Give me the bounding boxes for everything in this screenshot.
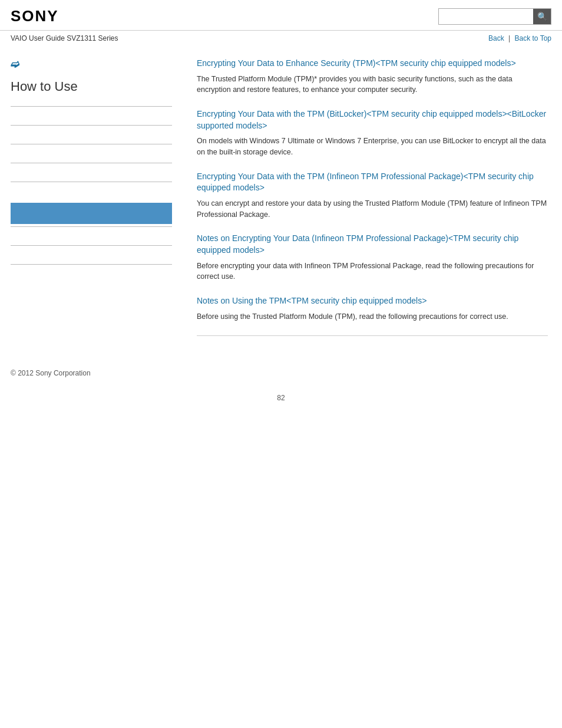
header: SONY 🔍: [0, 0, 562, 31]
list-item: [11, 245, 172, 265]
section-4-body: Before encrypting your data with Infineo…: [197, 261, 548, 283]
content-section-5: Notes on Using the TPM<TPM security chip…: [197, 295, 548, 322]
page-number: 82: [0, 388, 562, 413]
list-item: [11, 226, 172, 245]
section-5-title: Notes on Using the TPM<TPM security chip…: [197, 295, 548, 307]
sidebar-nav: [11, 106, 172, 265]
content-section-3: Encrypting Your Data with the TPM (Infin…: [197, 171, 548, 220]
section-2-title: Encrypting Your Data with the TPM (BitLo…: [197, 108, 548, 131]
list-item: [11, 106, 172, 125]
section-2-link[interactable]: Encrypting Your Data with the TPM (BitLo…: [197, 109, 546, 130]
section-5-link[interactable]: Notes on Using the TPM<TPM security chip…: [197, 296, 427, 305]
list-item: [11, 182, 172, 200]
back-link[interactable]: Back: [488, 34, 504, 42]
section-1-link[interactable]: Encrypting Your Data to Enhance Security…: [197, 58, 516, 68]
section-3-link[interactable]: Encrypting Your Data with the TPM (Infin…: [197, 172, 534, 193]
section-3-title: Encrypting Your Data with the TPM (Infin…: [197, 171, 548, 194]
content-divider: [197, 335, 548, 336]
section-5-body: Before using the Trusted Platform Module…: [197, 311, 548, 322]
copyright-text: © 2012 Sony Corporation: [11, 369, 91, 377]
back-to-top-link[interactable]: Back to Top: [515, 34, 551, 42]
sony-logo: SONY: [11, 7, 59, 25]
list-item: [11, 144, 172, 163]
search-button[interactable]: 🔍: [533, 9, 551, 24]
sidebar-arrow-icon: ➫: [11, 58, 172, 71]
section-3-body: You can encrypt and restore your data by…: [197, 198, 548, 220]
section-1-body: The Trusted Platform Module (TPM)* provi…: [197, 74, 548, 96]
search-box: 🔍: [438, 8, 551, 25]
search-icon: 🔍: [537, 12, 547, 21]
main-container: ➫ How to Use Encrypting Your Data to Enh…: [0, 46, 562, 358]
content-area: Encrypting Your Data to Enhance Security…: [183, 46, 562, 358]
sidebar-highlight-bar: [11, 203, 172, 224]
sidebar: ➫ How to Use: [0, 46, 183, 358]
search-input[interactable]: [439, 9, 533, 24]
content-section-2: Encrypting Your Data with the TPM (BitLo…: [197, 108, 548, 158]
list-item: [11, 125, 172, 144]
footer: © 2012 Sony Corporation: [0, 358, 562, 388]
content-section-1: Encrypting Your Data to Enhance Security…: [197, 58, 548, 95]
section-4-link[interactable]: Notes on Encrypting Your Data (Infineon …: [197, 233, 518, 255]
nav-separator: |: [508, 34, 510, 42]
guide-title: VAIO User Guide SVZ1311 Series: [11, 34, 118, 42]
nav-links: Back | Back to Top: [488, 34, 551, 42]
section-4-title: Notes on Encrypting Your Data (Infineon …: [197, 233, 548, 256]
content-section-4: Notes on Encrypting Your Data (Infineon …: [197, 233, 548, 282]
section-1-title: Encrypting Your Data to Enhance Security…: [197, 58, 548, 70]
list-item-highlight: [11, 203, 172, 224]
list-item: [11, 163, 172, 182]
section-2-body: On models with Windows 7 Ultimate or Win…: [197, 136, 548, 158]
sidebar-title: How to Use: [11, 79, 172, 94]
sub-header: VAIO User Guide SVZ1311 Series Back | Ba…: [0, 31, 562, 46]
